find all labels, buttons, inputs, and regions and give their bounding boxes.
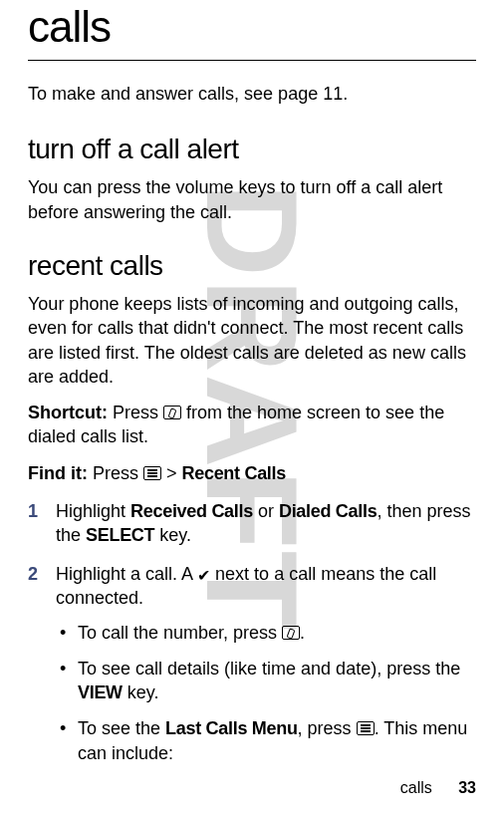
- checkmark-icon: ✔: [197, 565, 210, 587]
- page-footer: calls 33: [400, 779, 476, 797]
- findit-sep: >: [161, 463, 182, 483]
- step1-select-key: SELECT: [86, 525, 154, 545]
- bullet-call-details: To see call details (like time and date)…: [56, 657, 476, 705]
- shortcut-label: Shortcut:: [28, 403, 108, 422]
- step1-received: Received Calls: [130, 501, 253, 521]
- step1-post: key.: [154, 525, 191, 545]
- step1-dialed: Dialed Calls: [279, 501, 377, 521]
- send-key-icon: [282, 626, 300, 640]
- page-content: calls To make and answer calls, see page…: [28, 0, 476, 765]
- b2-post: key.: [123, 682, 159, 702]
- menu-key-icon: [357, 721, 375, 735]
- findit-pre: Press: [88, 463, 143, 483]
- section-heading-turn-off-alert: turn off a call alert: [28, 134, 476, 165]
- findit-target: Recent Calls: [182, 463, 286, 483]
- step2-bullets: To call the number, press . To see call …: [56, 621, 476, 765]
- menu-key-icon: [143, 466, 161, 480]
- section-body-recent-calls: Your phone keeps lists of incoming and o…: [28, 292, 476, 389]
- page-number: 33: [458, 779, 476, 796]
- step-2: 2 Highlight a call. A ✔ next to a call m…: [28, 562, 476, 765]
- b2-pre: To see call details (like time and date)…: [78, 659, 460, 679]
- b3-pre: To see the: [78, 718, 165, 738]
- step2-pre: Highlight a call. A: [56, 564, 197, 584]
- b1-pre: To call the number, press: [78, 623, 282, 643]
- bullet-call-number: To call the number, press .: [56, 621, 476, 645]
- b1-post: .: [300, 623, 305, 643]
- step1-pre: Highlight: [56, 501, 130, 521]
- shortcut-line: Shortcut: Press from the home screen to …: [28, 401, 476, 449]
- page-title: calls: [28, 0, 476, 61]
- b3-mid: , press: [298, 718, 357, 738]
- intro-text: To make and answer calls, see page 11.: [28, 83, 476, 106]
- findit-line: Find it: Press > Recent Calls: [28, 461, 476, 485]
- findit-label: Find it:: [28, 463, 88, 483]
- step-number: 2: [28, 562, 38, 586]
- step1-or: or: [253, 501, 279, 521]
- b2-view-key: VIEW: [78, 682, 123, 702]
- section-heading-recent-calls: recent calls: [28, 250, 476, 282]
- b3-menu-name: Last Calls Menu: [165, 718, 298, 738]
- footer-label: calls: [400, 779, 432, 796]
- send-key-icon: [163, 406, 181, 419]
- section-body-turn-off-alert: You can press the volume keys to turn of…: [28, 175, 476, 224]
- shortcut-pre: Press: [108, 403, 163, 422]
- steps-list: 1 Highlight Received Calls or Dialed Cal…: [28, 499, 476, 765]
- step-1: 1 Highlight Received Calls or Dialed Cal…: [28, 499, 476, 548]
- bullet-last-calls-menu: To see the Last Calls Menu, press . This…: [56, 716, 476, 765]
- step-number: 1: [28, 499, 38, 523]
